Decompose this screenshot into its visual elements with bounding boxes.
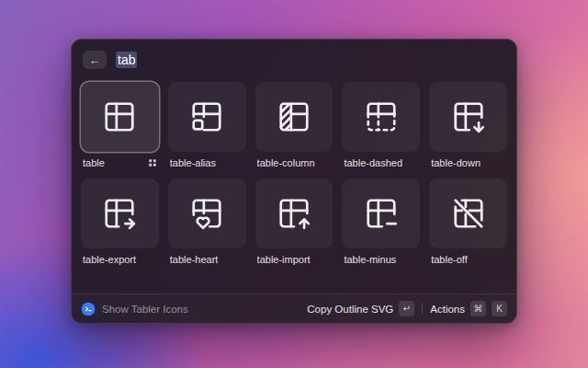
icon-label: table-off: [431, 254, 468, 265]
grid-cell-table[interactable]: table: [81, 82, 159, 169]
table-off-icon: [451, 196, 486, 231]
icon-tile[interactable]: [342, 178, 420, 248]
table-dashed-icon: [364, 99, 399, 134]
grid-cell-table-column[interactable]: table-column: [255, 82, 334, 169]
icon-label-row: table-off: [429, 253, 507, 266]
search-input[interactable]: tab: [116, 52, 505, 67]
grid-cell-table-alias[interactable]: table-alias: [168, 82, 246, 169]
grid-cell-table-dashed[interactable]: table-dashed: [342, 82, 420, 169]
icon-label: table-import: [257, 254, 311, 265]
icon-tile[interactable]: [342, 82, 420, 152]
table-column-icon: [277, 99, 311, 134]
table-import-icon: [277, 196, 311, 231]
icon-label: table-column: [257, 157, 315, 168]
search-text: tab: [116, 52, 137, 68]
footer-app-name: Show Tabler Icons: [102, 304, 188, 315]
footer-left: Show Tabler Icons: [81, 302, 188, 316]
footer-bar: Show Tabler Icons Copy Outline SVG ↵ Act…: [72, 293, 516, 323]
icon-tile[interactable]: [81, 178, 159, 248]
icon-label: table-heart: [170, 254, 219, 265]
table-minus-icon: [364, 196, 399, 231]
actions-button[interactable]: Actions ⌘ K: [430, 301, 507, 316]
back-button[interactable]: ←: [83, 51, 107, 69]
actions-label: Actions: [430, 304, 465, 315]
cmd-key: ⌘: [470, 301, 486, 316]
icon-label: table-minus: [344, 254, 396, 265]
icon-tile[interactable]: [429, 82, 507, 152]
icon-label-row: table: [81, 156, 159, 169]
copy-outline-svg-button[interactable]: Copy Outline SVG ↵: [307, 301, 414, 316]
copy-outline-svg-label: Copy Outline SVG: [307, 304, 393, 315]
back-arrow-icon: ←: [89, 53, 101, 67]
icon-label-row: table-import: [255, 253, 334, 266]
icon-tile[interactable]: [255, 82, 334, 152]
icon-label-row: table-column: [255, 156, 334, 169]
footer-right: Copy Outline SVG ↵ Actions ⌘ K: [307, 301, 507, 316]
grid-cell-table-import[interactable]: table-import: [255, 178, 334, 266]
icon-label-row: table-dashed: [342, 156, 420, 169]
icon-label: table-down: [431, 157, 481, 168]
raycast-window: ← tab tabletable-aliastable-columntable-…: [71, 39, 517, 324]
grid-cell-table-off[interactable]: table-off: [429, 178, 507, 266]
icon-tile[interactable]: [168, 178, 246, 248]
icon-tile[interactable]: [429, 178, 507, 248]
icon-label: table-dashed: [344, 157, 402, 168]
icon-grid: tabletable-aliastable-columntable-dashed…: [72, 75, 516, 293]
table-heart-icon: [189, 196, 224, 231]
tabler-extension-icon: [81, 302, 96, 316]
icon-label: table-export: [83, 254, 136, 265]
icon-label: table: [83, 157, 105, 168]
search-header: ← tab: [72, 40, 516, 75]
icon-tile[interactable]: [168, 82, 246, 152]
table-export-icon: [102, 196, 137, 231]
grid-cell-table-minus[interactable]: table-minus: [342, 178, 420, 266]
app-grid-icon: [148, 158, 157, 167]
icon-label: table-alias: [170, 157, 216, 168]
icon-label-row: table-heart: [168, 253, 246, 266]
grid-cell-table-heart[interactable]: table-heart: [168, 178, 246, 266]
table-icon: [102, 99, 137, 134]
enter-key: ↵: [399, 301, 414, 316]
icon-tile[interactable]: [255, 178, 334, 248]
icon-label-row: table-export: [81, 253, 159, 266]
k-key: K: [492, 301, 507, 316]
grid-cell-table-down[interactable]: table-down: [429, 82, 507, 169]
icon-label-row: table-down: [429, 156, 507, 169]
icon-label-row: table-alias: [168, 156, 246, 169]
footer-divider: [422, 303, 423, 315]
grid-cell-table-export[interactable]: table-export: [81, 178, 159, 266]
table-down-icon: [451, 99, 486, 134]
icon-tile[interactable]: [81, 82, 159, 152]
icon-label-row: table-minus: [342, 253, 420, 266]
table-alias-icon: [189, 99, 224, 134]
